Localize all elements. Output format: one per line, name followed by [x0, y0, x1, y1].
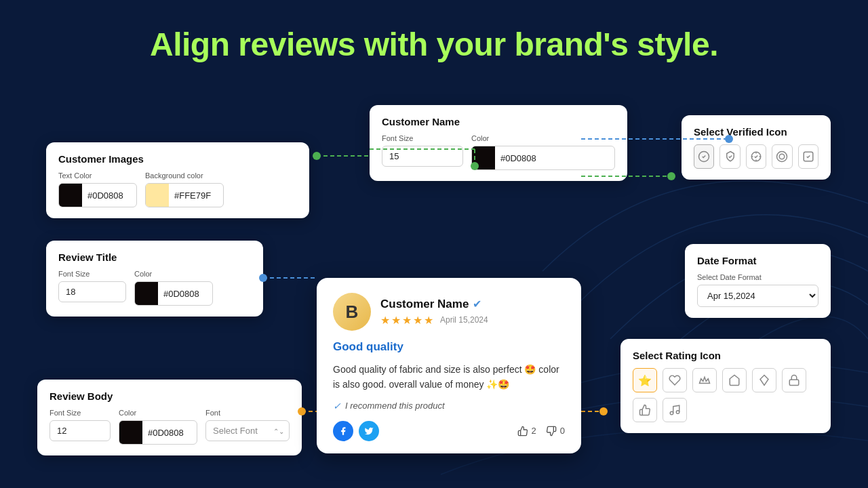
- rating-icon-crown[interactable]: [692, 368, 717, 392]
- avatar-letter: B: [346, 302, 359, 323]
- rating-icon-home[interactable]: [722, 368, 747, 392]
- star-4: ★: [413, 314, 422, 327]
- date-format-select-label: Select Date Format: [697, 273, 818, 281]
- customer-name-color-value: #0D0808: [495, 153, 576, 163]
- customer-name-title: Customer Name: [382, 116, 615, 127]
- bg-color-swatch[interactable]: [146, 184, 169, 207]
- rating-icon-heart[interactable]: [663, 368, 687, 392]
- review-body-color-swatch[interactable]: [119, 421, 142, 444]
- svg-point-4: [313, 152, 321, 160]
- review-card: B Customer Name ✔ ★ ★ ★ ★ ★ April 15,202…: [317, 278, 581, 453]
- recommend-text: I recommend this product: [345, 401, 445, 411]
- panel-customer-images: Customer Images Text Color #0D0808 Backg…: [46, 142, 309, 218]
- panel-review-body: Review Body Font Size Color #0D0808 Font…: [37, 380, 302, 455]
- review-body-title: Review Body: [50, 390, 290, 402]
- svg-point-18: [780, 154, 785, 159]
- like-button[interactable]: 2: [517, 426, 536, 436]
- date-format-select[interactable]: Apr 15,2024: [697, 285, 818, 307]
- facebook-icon[interactable]: [333, 421, 353, 441]
- review-body-text: Good quality of fabric and size is also …: [333, 362, 565, 392]
- rating-icon-lock[interactable]: [782, 368, 806, 392]
- review-body-color-label: Color: [119, 409, 197, 417]
- review-header: B Customer Name ✔ ★ ★ ★ ★ ★ April 15,202…: [333, 293, 565, 331]
- customer-name-color-swatch[interactable]: [472, 146, 495, 169]
- review-footer: 2 0: [333, 421, 565, 441]
- recommend-row: ✓ I recommend this product: [333, 401, 565, 411]
- rating-icon-thumbs-up[interactable]: [633, 398, 657, 422]
- avatar: B: [333, 293, 371, 331]
- svg-point-23: [676, 411, 679, 414]
- stars: ★ ★ ★ ★ ★: [380, 314, 433, 327]
- review-date: April 15,2024: [440, 315, 488, 325]
- customer-name-color-input[interactable]: #0D0808: [471, 146, 615, 170]
- bg-color-value: #FFE79F: [169, 190, 223, 201]
- svg-point-8: [667, 172, 675, 180]
- rating-icon-music[interactable]: [663, 398, 687, 422]
- svg-point-14: [599, 407, 608, 415]
- heading-plain: Align reviews with your: [150, 26, 514, 62]
- review-title-color-input[interactable]: #0D0808: [134, 281, 213, 306]
- customer-name-color-label: Color: [471, 134, 615, 142]
- svg-rect-21: [789, 380, 799, 385]
- heading-highlight: brand's style.: [514, 26, 718, 62]
- verified-icon-options: [694, 144, 818, 169]
- verified-icon-circle-outline[interactable]: [772, 144, 792, 169]
- rating-icon-options: ⭐: [633, 368, 818, 422]
- review-title-label: Review Title: [58, 251, 251, 263]
- bg-color-input[interactable]: #FFE79F: [145, 183, 224, 207]
- rating-icon-star[interactable]: ⭐: [633, 368, 657, 392]
- review-body-color-value: #0D0808: [142, 428, 197, 438]
- text-color-swatch[interactable]: [59, 184, 82, 207]
- text-color-label: Text Color: [58, 171, 137, 180]
- review-title-font-size-input[interactable]: [58, 281, 126, 302]
- panel-customer-name: Customer Name Font Size Color #0D0808: [370, 105, 627, 181]
- rating-icon-title: Select Rating Icon: [633, 350, 818, 361]
- main-area: Customer Images Text Color #0D0808 Backg…: [0, 95, 868, 488]
- vote-row: 2 0: [517, 426, 565, 436]
- date-format-title: Date Format: [697, 255, 818, 266]
- like-count: 2: [532, 426, 536, 436]
- verified-badge: ✔: [473, 298, 481, 310]
- text-color-input[interactable]: #0D0808: [58, 183, 137, 207]
- dislike-button[interactable]: 0: [546, 426, 565, 436]
- review-title-color-label: Color: [134, 270, 213, 278]
- review-body-font-label: Font: [205, 409, 290, 417]
- font-select[interactable]: Select Font: [205, 420, 290, 441]
- social-icons: [333, 421, 379, 441]
- star-3: ★: [402, 314, 412, 327]
- checkmark-icon: ✓: [333, 401, 341, 411]
- svg-point-17: [777, 152, 787, 162]
- svg-point-22: [670, 411, 673, 415]
- customer-name-font-size-label: Font Size: [382, 134, 463, 142]
- panel-rating-icon: Select Rating Icon ⭐: [620, 339, 831, 433]
- twitter-icon[interactable]: [359, 421, 379, 441]
- svg-marker-20: [760, 375, 768, 386]
- font-select-wrapper[interactable]: Select Font: [205, 420, 290, 441]
- review-title-font-size-label: Font Size: [58, 270, 126, 278]
- panel-review-title: Review Title Font Size Color #0D0808: [46, 241, 263, 317]
- star-5: ★: [424, 314, 433, 327]
- main-heading: Align reviews with your brand's style.: [0, 26, 868, 63]
- verified-icon-title: Select Verified Icon: [694, 126, 818, 138]
- rating-icon-diamond[interactable]: [752, 368, 776, 392]
- verified-icon-circle-check[interactable]: [694, 144, 714, 169]
- review-title-color-value: #0D0808: [158, 289, 212, 299]
- stars-date-row: ★ ★ ★ ★ ★ April 15,2024: [380, 314, 565, 327]
- customer-name-font-size-input[interactable]: [382, 146, 463, 167]
- review-body-font-size-label: Font Size: [50, 409, 111, 417]
- customer-name: Customer Name: [380, 298, 469, 311]
- review-title-color-swatch[interactable]: [135, 282, 158, 305]
- header: Align reviews with your brand's style.: [0, 0, 868, 83]
- star-2: ★: [391, 314, 401, 327]
- panel-verified-icon: Select Verified Icon: [682, 115, 831, 180]
- dislike-count: 0: [560, 426, 565, 436]
- verified-icon-badge[interactable]: [746, 144, 766, 169]
- customer-name-row: Customer Name ✔: [380, 298, 565, 311]
- bg-color-label: Background color: [145, 171, 224, 180]
- review-body-color-input[interactable]: #0D0808: [119, 420, 197, 445]
- review-meta: Customer Name ✔ ★ ★ ★ ★ ★ April 15,2024: [380, 298, 565, 327]
- panel-date-format: Date Format Select Date Format Apr 15,20…: [685, 244, 831, 318]
- verified-icon-square-check[interactable]: [798, 144, 818, 169]
- verified-icon-shield[interactable]: [719, 144, 740, 169]
- review-body-font-size-input[interactable]: [50, 420, 111, 441]
